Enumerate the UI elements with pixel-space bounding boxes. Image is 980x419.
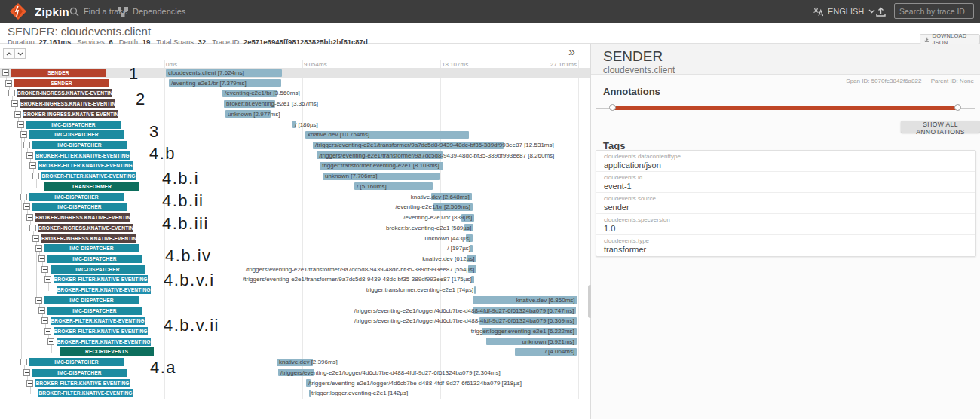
span-label: /triggers/eventing-e2e1/transformer/9a7d…	[246, 266, 474, 274]
expand-toggle[interactable]	[41, 317, 48, 324]
service-badge[interactable]: TRANSFORMER	[44, 182, 139, 191]
service-badge[interactable]: IMC-DISPATCHER	[44, 296, 139, 304]
service-badge[interactable]: IMC-DISPATCHER	[26, 121, 121, 129]
service-badge[interactable]: IMC-DISPATCHER	[51, 265, 145, 274]
expand-toggle[interactable]	[32, 173, 39, 179]
nav-dependencies[interactable]: Dependencies	[118, 0, 185, 23]
search-by-trace-id-input[interactable]	[894, 3, 974, 19]
span-label: / [5.160ms]	[357, 183, 387, 191]
service-badge[interactable]: BROKER-INGRESS.KNATIVE-EVENTING	[38, 224, 133, 232]
expand-toggle[interactable]	[2, 69, 9, 76]
detail-service-name: SENDER	[603, 48, 663, 65]
service-badge[interactable]: IMC-DISPATCHER	[44, 244, 139, 252]
expand-toggle[interactable]	[38, 255, 45, 262]
expand-toggle[interactable]	[29, 162, 36, 169]
upload-json-button[interactable]	[875, 0, 887, 23]
service-badge[interactable]: BROKER-INGRESS.KNATIVE-EVENTING	[23, 110, 118, 118]
service-badge[interactable]: BROKER-FILTER.KNATIVE-EVENTING	[57, 338, 151, 346]
tag-value: 1.0	[604, 224, 975, 233]
expand-toggle[interactable]	[47, 338, 54, 345]
expand-all-button[interactable]	[14, 48, 26, 59]
service-badge[interactable]: BROKER-FILTER.KNATIVE-EVENTING	[38, 389, 133, 397]
expand-toggle[interactable]	[20, 194, 27, 200]
span-label: /triggers/eventing-e2e1/logger/4d6cb7be-…	[280, 369, 501, 377]
expand-toggle[interactable]	[17, 121, 24, 128]
annotation-start-marker[interactable]	[609, 104, 616, 111]
service-badge[interactable]: IMC-DISPATCHER	[29, 193, 124, 201]
span-label: /eventing-e2e1/br [839µs]	[403, 214, 472, 222]
service-badge[interactable]: IMC-DISPATCHER	[47, 307, 142, 315]
span-label: /triggers/eventing-e2e1/transformer/9a7d…	[315, 142, 554, 149]
service-badge[interactable]: SENDER	[11, 69, 106, 77]
service-badge[interactable]: RECORDEVENTS	[60, 347, 154, 356]
service-badge[interactable]: BROKER-FILTER.KNATIVE-EVENTING	[54, 327, 148, 335]
span-label: trigger:transformer.eventing-e2e1 [8.103…	[322, 162, 439, 170]
service-badge[interactable]: SENDER	[14, 79, 109, 87]
service-badge[interactable]: BROKER-FILTER.KNATIVE-EVENTING	[51, 317, 145, 325]
span-label: /eventing-e2e1/br [2.569ms]	[395, 203, 470, 211]
service-badge[interactable]: BROKER-INGRESS.KNATIVE-EVENTING	[17, 89, 112, 97]
open-detail-chevrons-icon[interactable]: »	[568, 45, 575, 59]
tree-guide	[36, 187, 37, 188]
tree-guide	[51, 345, 52, 353]
expand-toggle[interactable]	[44, 276, 51, 283]
expand-toggle[interactable]	[41, 266, 48, 273]
span-label: broker:br.eventing-e2e1 [589µs]	[386, 225, 471, 232]
service-badge[interactable]: BROKER-FILTER.KNATIVE-EVENTING	[35, 379, 130, 387]
service-badge[interactable]: BROKER-FILTER.KNATIVE-EVENTING	[57, 286, 151, 294]
service-badge[interactable]: IMC-DISPATCHER	[29, 358, 124, 366]
expand-toggle[interactable]	[20, 131, 27, 138]
expand-toggle[interactable]	[5, 80, 12, 87]
tag-row: cloudevents.id event-1	[596, 172, 975, 193]
expand-toggle[interactable]	[38, 307, 45, 314]
expand-toggle[interactable]	[8, 90, 15, 96]
service-badge[interactable]: BROKER-INGRESS.KNATIVE-EVENTING	[35, 213, 130, 222]
expand-toggle[interactable]	[20, 359, 27, 365]
zipkin-logo-icon[interactable]	[9, 2, 27, 20]
tag-row: cloudevents.type transformer	[596, 235, 975, 256]
service-badge[interactable]: IMC-DISPATCHER	[29, 130, 124, 139]
dependencies-icon	[118, 7, 128, 17]
language-selector[interactable]: ENGLISH	[813, 0, 875, 23]
service-badge[interactable]: IMC-DISPATCHER	[32, 369, 127, 377]
expand-toggle[interactable]	[14, 111, 21, 118]
service-badge[interactable]: IMC-DISPATCHER	[32, 203, 127, 211]
expand-toggle[interactable]	[35, 297, 42, 304]
upload-icon	[875, 6, 887, 17]
tree-guide	[30, 387, 31, 394]
service-badge[interactable]: IMC-DISPATCHER	[47, 255, 142, 263]
tick-label: 0ms	[166, 61, 177, 68]
service-badge[interactable]: BROKER-INGRESS.KNATIVE-EVENTING	[20, 99, 115, 108]
service-badge[interactable]: BROKER-FILTER.KNATIVE-EVENTING	[54, 275, 148, 283]
annotation-duration-bar[interactable]	[612, 106, 957, 110]
expand-toggle[interactable]	[23, 203, 30, 210]
parent-id-label: Parent ID: None	[931, 78, 974, 84]
brand-title[interactable]: Zipkin	[35, 5, 69, 18]
show-all-annotations-button[interactable]: SHOW ALL ANNOTATIONS	[901, 121, 980, 133]
expand-toggle[interactable]	[29, 225, 36, 231]
expand-toggle[interactable]	[35, 245, 42, 252]
expand-toggle[interactable]	[32, 235, 39, 242]
expand-toggle[interactable]	[44, 328, 51, 335]
service-badge[interactable]: IMC-DISPATCHER	[32, 141, 127, 149]
span-bar[interactable]	[474, 286, 476, 294]
service-badge[interactable]: BROKER-FILTER.KNATIVE-EVENTING	[35, 151, 130, 160]
handwritten-annotation: 4.a	[150, 359, 176, 376]
service-badge[interactable]: BROKER-FILTER.KNATIVE-EVENTING	[41, 172, 136, 180]
service-badge[interactable]: BROKER-FILTER.KNATIVE-EVENTING	[38, 161, 133, 170]
expand-toggle[interactable]	[23, 369, 30, 376]
download-json-button[interactable]: DOWNLOAD JSON	[920, 34, 980, 44]
tag-value: sender	[604, 203, 975, 212]
expand-toggle[interactable]	[11, 100, 18, 107]
expand-toggle[interactable]	[26, 214, 33, 221]
span-label: unknown [2.977ms]	[228, 111, 280, 118]
expand-toggle[interactable]	[23, 142, 30, 148]
annotation-end-marker[interactable]	[954, 104, 961, 111]
expand-toggle[interactable]	[26, 152, 33, 159]
service-badge[interactable]: BROKER-INGRESS.KNATIVE-EVENTING	[41, 234, 136, 243]
expand-toggle[interactable]	[26, 380, 33, 387]
tree-guide	[36, 179, 37, 187]
collapse-all-button[interactable]	[3, 48, 14, 59]
tree-guide	[30, 393, 31, 394]
span-label: knative.dev [10.754ms]	[308, 131, 369, 139]
